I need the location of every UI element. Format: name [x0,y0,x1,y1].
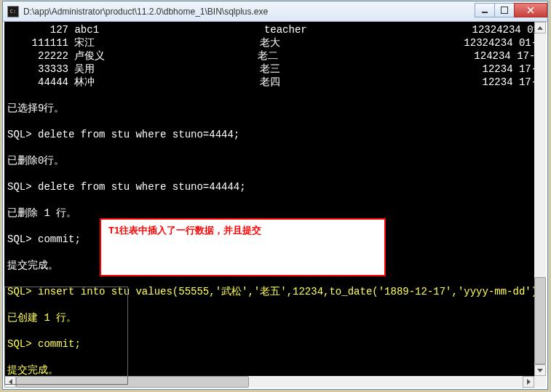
app-icon [7,6,19,17]
close-button[interactable] [514,3,547,17]
close-icon [527,7,534,14]
horizontal-scrollbar[interactable] [4,376,534,388]
vscroll-track[interactable] [534,33,546,364]
chevron-left-icon [9,379,12,385]
annotation-text: T1往表中插入了一行数据，并且提交 [108,224,377,237]
scroll-corner [534,376,546,388]
scroll-down-button[interactable] [534,364,546,376]
minimize-button[interactable] [475,3,495,17]
app-window: D:\app\Administrator\product\11.2.0\dbho… [2,1,548,390]
sql-command: SQL> delete from stu where stuno=4444; [7,128,531,141]
data-row: 127 abc1 teacher 12324234 01-1月 [7,23,531,36]
sql-command-highlight: SQL> commit; [7,337,531,351]
scroll-right-button[interactable] [523,376,534,388]
status-msg: 已删除0行。 [7,154,531,167]
terminal-output[interactable]: 127 abc1 teacher 12324234 01-1月 111111 宋… [4,22,534,376]
hscroll-thumb[interactable] [16,376,249,388]
annotation-callout: T1往表中插入了一行数据，并且提交 [100,218,386,276]
scroll-left-button[interactable] [4,376,16,388]
window-buttons [475,3,547,17]
chevron-down-icon [537,369,543,372]
chevron-right-icon [527,379,531,385]
scroll-up-button[interactable] [534,22,546,33]
sql-command-highlight: SQL> insert into stu values(55555,'武松','… [7,285,531,298]
status-msg: 已选择9行。 [7,102,531,115]
terminal-container: 127 abc1 teacher 12324234 01-1月 111111 宋… [3,22,547,389]
chevron-up-icon [537,26,543,30]
maximize-button[interactable] [494,3,515,17]
data-row: 33333 吴用 老三 12234 17-12月 [7,63,531,76]
sql-command: SQL> delete from stu where stuno=44444; [7,180,531,193]
status-msg-highlight: 已创建 1 行。 [7,311,531,324]
vscroll-thumb[interactable] [534,277,546,364]
status-msg-highlight: 提交完成。 [7,364,531,376]
vertical-scrollbar[interactable] [534,22,546,376]
data-row: 22222 卢俊义 老二 124234 17-10月 [7,49,531,63]
data-row: 111111 宋江 老大 12324234 01-1月 [7,36,531,49]
titlebar[interactable]: D:\app\Administrator\product\11.2.0\dbho… [3,1,547,22]
data-row: 44444 林冲 老四 12234 17-12月 [7,76,531,89]
hscroll-track[interactable] [16,376,523,388]
window-title: D:\app\Administrator\product\11.2.0\dbho… [23,7,475,17]
